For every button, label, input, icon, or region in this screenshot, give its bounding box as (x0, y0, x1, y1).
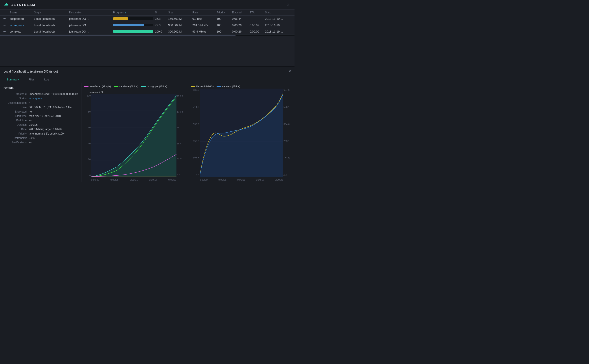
row-menu-btn[interactable]: ••• (2, 30, 9, 33)
progress-bar-fill (113, 30, 153, 33)
label-end-time: End time (4, 119, 29, 122)
row-percent: 36.8 (154, 17, 167, 20)
row-rate: 93.4 Mbit/s (192, 30, 216, 33)
row-start: 2018-11-19 ... (264, 30, 293, 33)
detail-close-button[interactable]: × (288, 69, 291, 74)
progress-bar-fill (113, 24, 144, 26)
tabs: Summary Files Log (0, 76, 294, 83)
row-progress (112, 30, 154, 33)
x-label: 0:00:23 (275, 178, 283, 181)
scrollbar-thumb[interactable] (0, 35, 235, 36)
table-row[interactable]: ••• complete Local (localhost) jetstream… (0, 28, 294, 35)
y-label: 889.9 (191, 89, 199, 91)
row-elapsed: 0:00:26 (231, 24, 249, 27)
detail-row-transfer-id: Transfer id 9bdea0d99560fd87200000000000… (4, 92, 78, 96)
legend-line-file-read (191, 86, 195, 87)
row-progress (112, 24, 154, 26)
y-label: 163.5 (177, 94, 185, 97)
detail-row-duration: Duration 0:00:26 (4, 123, 78, 126)
table-row[interactable]: ••• in progress Local (localhost) jetstr… (0, 22, 294, 28)
legend-line-net-send (217, 86, 221, 87)
label-start-time: Start time (4, 115, 29, 117)
y-axis-right: 0.0 32.7 65.4 98.1 130.8 163.5 (177, 94, 185, 177)
y-label: 40 (84, 142, 91, 145)
detail-row-start-time: Start time Mon Nov 19 09:23:48 2018 (4, 115, 78, 117)
y-label: 356.0 (191, 140, 199, 143)
titlebar-left: JETSTREAM (4, 2, 35, 8)
detail-row-status: Status in progress (4, 97, 78, 100)
detail-row-dest-path: Destination path / (4, 101, 78, 104)
row-priority: 100 (216, 24, 231, 27)
y-label: 711.9 (191, 106, 199, 108)
y-axis-right: 0.0 131.5 263.1 394.6 526.1 657.6 (283, 89, 292, 177)
chart2-svg (200, 89, 283, 177)
col-destination: Destination (68, 11, 112, 14)
row-destination: jetstream DO ... (68, 30, 112, 33)
dots-button[interactable]: ••• (3, 23, 7, 27)
tab-files[interactable]: Files (24, 76, 39, 83)
tab-summary[interactable]: Summary (2, 76, 24, 83)
row-origin: Local (localhost) (33, 24, 68, 27)
x-label: 0:00:00 (200, 178, 208, 181)
row-percent: 77.3 (154, 24, 167, 27)
x-label: 0:00:05 (218, 178, 227, 181)
y-label: 130.8 (177, 110, 185, 113)
row-priority: 100 (216, 30, 231, 33)
legend-label-file-read: file read (Mbit/s) (196, 85, 214, 88)
x-label: 0:00:11 (237, 178, 245, 181)
transfer-table-area: Status Origin Destination Progress ▲ % S… (0, 10, 294, 67)
dots-button[interactable]: ••• (3, 30, 7, 33)
row-priority: 100 (216, 17, 231, 20)
detail-header: Local (localhost) to jetstream DO (js-do… (0, 67, 294, 76)
x-label: 0:00:00 (91, 178, 99, 181)
value-size: 300.502 M; 315,098,904 bytes; 1 file (29, 106, 72, 109)
row-menu-btn[interactable]: ••• (2, 17, 9, 20)
titlebar: JETSTREAM × (0, 0, 294, 10)
label-retransmit: Retransmit (4, 136, 29, 140)
detail-title: Local (localhost) to jetstream DO (js-do… (4, 70, 58, 73)
row-eta: 0:00:00 (249, 30, 264, 33)
value-encrypted: no (29, 110, 32, 113)
x-label: 0:00:05 (110, 178, 119, 181)
col-rate: Rate (192, 11, 216, 14)
charts-area: transferred (M byte) send rate (Mbit/s) … (81, 83, 294, 182)
app-close-button[interactable]: × (285, 1, 291, 8)
value-start-time: Mon Nov 19 09:23:48 2018 (29, 115, 61, 117)
y-label: 263.1 (283, 140, 292, 143)
legend-retransmit: retransmit % (84, 91, 103, 93)
chart2-container: file read (Mbit/s) net send (Mbit/s) 0.0… (188, 83, 295, 182)
row-start: 2018-11-19 ... (264, 17, 293, 20)
y-label: 32.7 (177, 158, 185, 161)
label-encrypted: Encrypted (4, 110, 29, 113)
scrollbar-track[interactable] (0, 35, 294, 36)
legend-label-transferred: transferred (M byte) (90, 85, 111, 88)
details-heading: Details (4, 86, 78, 90)
y-axis-left: 0 20 40 60 80 100 (84, 94, 91, 177)
legend-label-net-send: net send (Mbit/s) (222, 85, 240, 88)
row-origin: Local (localhost) (33, 17, 68, 20)
detail-row-end-time: End time --- (4, 119, 78, 122)
label-rate: Rate (4, 128, 29, 131)
row-elapsed: 0:06:44 (231, 17, 249, 20)
y-label: 657.6 (283, 89, 292, 91)
value-end-time: --- (29, 119, 32, 122)
row-percent: 100.0 (154, 30, 167, 33)
row-size: 300.502 M (167, 24, 192, 27)
row-destination: jetstream DO ... (68, 24, 112, 27)
chart1-legend: transferred (M byte) send rate (Mbit/s) … (84, 85, 185, 93)
col-progress: Progress ▲ (112, 11, 154, 14)
row-destination: jetstream DO ... (68, 17, 112, 20)
dots-button[interactable]: ••• (3, 17, 7, 20)
table-row[interactable]: ••• suspended Local (localhost) jetstrea… (0, 16, 294, 22)
y-label: 0 (84, 174, 91, 177)
legend-line-transferred (84, 86, 88, 87)
row-menu-btn[interactable]: ••• (2, 23, 9, 27)
app-title: JETSTREAM (11, 3, 35, 6)
progress-bar-wrap (113, 24, 153, 26)
tab-log[interactable]: Log (39, 76, 54, 83)
col-eta: ETA (249, 11, 264, 14)
legend-file-read: file read (Mbit/s) (191, 85, 214, 88)
sort-arrow: ▲ (125, 11, 127, 14)
detail-row-size: Size 300.502 M; 315,098,904 bytes; 1 fil… (4, 106, 78, 109)
row-elapsed: 0:00:26 (231, 30, 249, 33)
